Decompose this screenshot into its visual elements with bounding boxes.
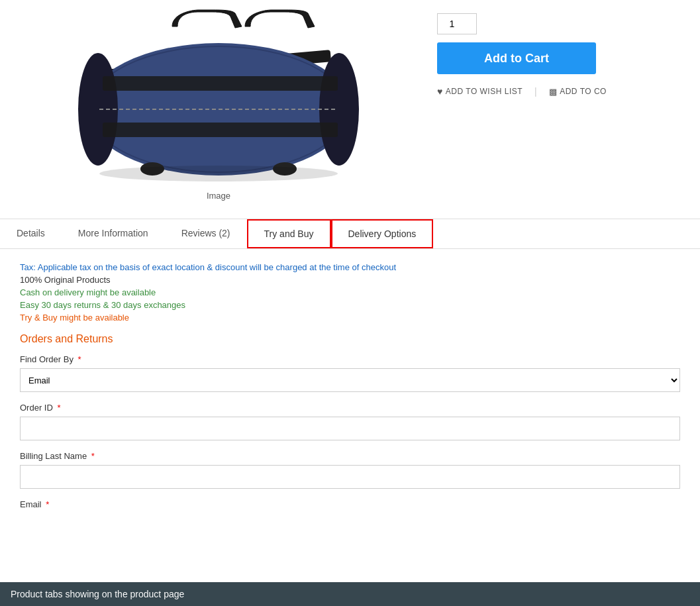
wish-list-link[interactable]: ♥ ADD TO WISH LIST xyxy=(437,86,523,97)
original-products-line: 100% Original Products xyxy=(20,275,680,285)
try-buy-line: Try & Buy might be available xyxy=(20,313,680,323)
tab-try-and-buy[interactable]: Try and Buy xyxy=(247,219,331,248)
page-wrapper: Image Add to Cart ♥ ADD TO WISH LIST | ▩… xyxy=(0,0,700,606)
find-order-required: * xyxy=(78,354,81,364)
tabs-nav: Details More Information Reviews (2) Try… xyxy=(0,219,700,249)
svg-rect-7 xyxy=(103,123,338,137)
returns-line: Easy 30 days returns & 30 days exchanges xyxy=(20,300,680,310)
tab-more-information[interactable]: More Information xyxy=(62,219,165,248)
svg-point-4 xyxy=(78,53,118,166)
product-actions: Add to Cart ♥ ADD TO WISH LIST | ▩ ADD T… xyxy=(424,7,687,205)
billing-last-name-label: Billing Last Name * xyxy=(20,451,680,461)
image-label: Image xyxy=(207,191,230,201)
email-required: * xyxy=(46,499,49,509)
orders-returns-title: Orders and Returns xyxy=(20,333,680,345)
email-group: Email * xyxy=(20,499,680,509)
tab-reviews[interactable]: Reviews (2) xyxy=(165,219,247,248)
compare-link[interactable]: ▩ ADD TO CO xyxy=(549,87,607,97)
svg-rect-6 xyxy=(103,76,338,91)
order-id-group: Order ID * xyxy=(20,403,680,440)
billing-last-name-group: Billing Last Name * xyxy=(20,451,680,489)
product-image-area: Image xyxy=(13,7,424,205)
product-image xyxy=(66,7,371,185)
tab-content: Tax: Applicable tax on the basis of exac… xyxy=(0,249,700,533)
order-id-label: Order ID * xyxy=(20,403,680,413)
status-bar-text: Product tabs showing on the product page xyxy=(11,589,184,599)
tabs-section: Details More Information Reviews (2) Try… xyxy=(0,219,700,533)
status-bar: Product tabs showing on the product page xyxy=(0,582,700,606)
tab-delivery-options[interactable]: Delivery Options xyxy=(331,219,434,248)
bag-image-svg xyxy=(66,7,371,185)
bar-chart-icon: ▩ xyxy=(549,87,558,97)
find-order-select[interactable]: Email Order ID Phone xyxy=(20,368,680,392)
tax-info-line: Tax: Applicable tax on the basis of exac… xyxy=(20,262,680,272)
order-id-required: * xyxy=(57,403,60,413)
find-order-group: Find Order By * Email Order ID Phone xyxy=(20,354,680,392)
find-order-label: Find Order By * xyxy=(20,354,680,364)
billing-last-name-required: * xyxy=(91,451,95,461)
billing-last-name-input[interactable] xyxy=(20,465,680,489)
cash-on-delivery-line: Cash on delivery might be available xyxy=(20,287,680,297)
add-to-cart-button[interactable]: Add to Cart xyxy=(437,42,596,74)
heart-icon: ♥ xyxy=(437,86,443,97)
email-label: Email * xyxy=(20,499,680,509)
svg-point-11 xyxy=(99,166,338,181)
quantity-input[interactable] xyxy=(437,13,477,34)
wish-list-label: ADD TO WISH LIST xyxy=(446,87,523,96)
action-links: ♥ ADD TO WISH LIST | ▩ ADD TO CO xyxy=(437,86,607,97)
tab-details[interactable]: Details xyxy=(0,219,62,248)
product-section: Image Add to Cart ♥ ADD TO WISH LIST | ▩… xyxy=(0,0,700,212)
compare-label: ADD TO CO xyxy=(560,87,607,96)
order-id-input[interactable] xyxy=(20,417,680,440)
